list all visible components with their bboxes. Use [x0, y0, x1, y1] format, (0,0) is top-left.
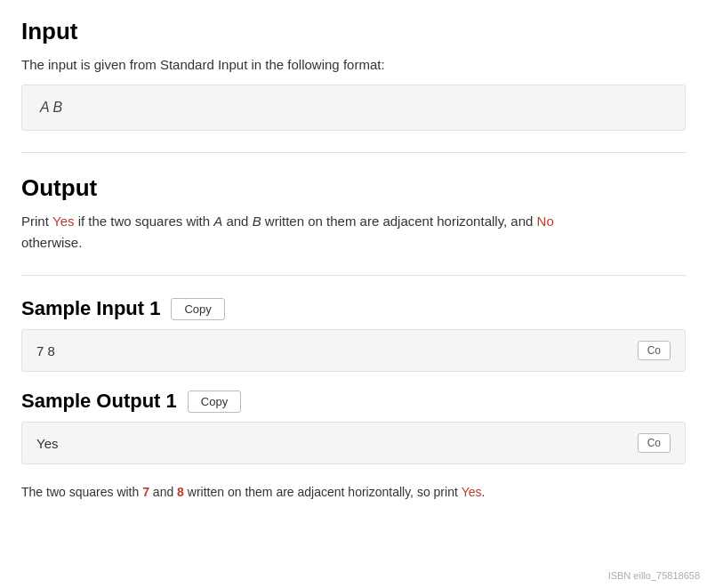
output-desc-prefix: Print: [21, 213, 52, 229]
input-format-value: A B: [40, 100, 62, 115]
sample-output-1-value: Yes: [36, 436, 638, 451]
divider-1: [21, 152, 686, 153]
output-desc-after: written on them are adjacent horizontall…: [261, 213, 537, 229]
sample-input-1-title: Sample Input 1: [21, 297, 160, 320]
footer-suffix: .: [482, 485, 486, 499]
output-desc-middle: if the two squares with: [75, 213, 214, 229]
footer-middle1: and: [149, 485, 177, 499]
footer-yes-word: Yes: [462, 485, 482, 499]
output-and-text: and: [222, 213, 252, 229]
sample-input-1-code-box: 7 8 Co: [21, 329, 686, 372]
footer-note: The two squares with 7 and 8 written on …: [21, 482, 686, 502]
sample-output-1-code-box: Yes Co: [21, 422, 686, 464]
sample-output-1-title: Sample Output 1: [21, 390, 177, 413]
sample-input-1-section: Sample Input 1 Copy 7 8 Co: [21, 297, 686, 372]
output-section: Output Print Yes if the two squares with…: [21, 174, 686, 254]
sample-output-1-section: Sample Output 1 Copy Yes Co: [21, 390, 686, 464]
footer-middle2: written on them are adjacent horizontall…: [184, 485, 462, 499]
sample-input-1-value: 7 8: [36, 343, 638, 358]
output-description: Print Yes if the two squares with A and …: [21, 211, 686, 254]
footer-prefix: The two squares with: [21, 485, 142, 499]
output-no-word: No: [537, 213, 554, 229]
footer-num1: 7: [142, 485, 149, 499]
input-description: The input is given from Standard Input i…: [21, 54, 686, 76]
sample-output-1-header: Sample Output 1 Copy: [21, 390, 686, 413]
input-format-box: A B: [21, 85, 686, 131]
output-title: Output: [21, 174, 686, 202]
footer-num2: 8: [177, 485, 184, 499]
sample-input-1-copy-right-button[interactable]: Co: [638, 341, 671, 360]
divider-2: [21, 275, 686, 276]
sample-input-1-header: Sample Input 1 Copy: [21, 297, 686, 320]
input-section: Input The input is given from Standard I…: [21, 18, 686, 131]
output-yes-word: Yes: [52, 213, 74, 229]
sample-input-1-copy-button[interactable]: Copy: [171, 298, 224, 320]
input-title: Input: [21, 18, 686, 45]
output-a-var: A: [213, 213, 222, 229]
sample-output-1-copy-right-button[interactable]: Co: [638, 433, 671, 453]
sample-output-1-copy-button[interactable]: Copy: [188, 391, 241, 413]
output-b-var: B: [253, 213, 261, 229]
output-desc-end: otherwise.: [21, 235, 82, 250]
